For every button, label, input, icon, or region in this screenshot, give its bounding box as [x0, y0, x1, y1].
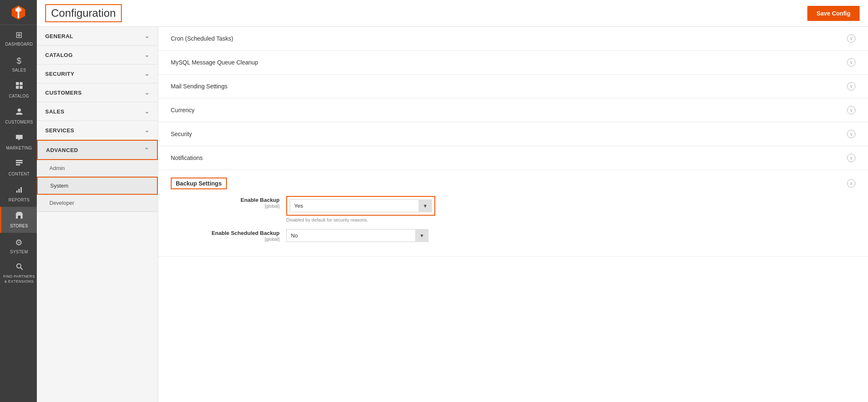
sales-icon: $: [17, 55, 21, 66]
sidebar-item-catalog[interactable]: CATALOG: [0, 77, 37, 103]
svg-rect-14: [18, 189, 20, 193]
advanced-header[interactable]: ADVANCED ⌄: [37, 140, 158, 160]
svg-rect-7: [20, 86, 23, 89]
top-header: Configuration Save Config: [37, 0, 868, 27]
sidebar-item-customers[interactable]: CUSTOMERS: [0, 103, 37, 129]
svg-rect-3: [18, 7, 19, 18]
svg-line-19: [21, 268, 23, 270]
svg-point-18: [17, 264, 21, 268]
config-section-general: GENERAL ⌄: [37, 27, 158, 46]
mail-expand-icon: ∨: [847, 82, 855, 90]
svg-rect-4: [16, 82, 19, 85]
sidebar-item-dashboard[interactable]: ⊞ DASHBOARD: [0, 25, 37, 51]
config-section-security: SECURITY ⌄: [37, 64, 158, 83]
config-section-advanced: ADVANCED ⌄ Admin System Developer: [37, 140, 158, 212]
config-section-sales: SALES ⌄: [37, 102, 158, 121]
page-title: Configuration: [51, 7, 116, 20]
sidebar-logo: [0, 0, 37, 25]
dashboard-icon: ⊞: [15, 29, 23, 40]
sidebar-item-reports[interactable]: REPORTS: [0, 181, 37, 207]
security-header[interactable]: SECURITY ⌄: [37, 64, 158, 83]
security-chevron-icon: ⌄: [144, 70, 150, 77]
enable-backup-select[interactable]: Yes No: [290, 199, 432, 212]
enable-backup-control-inner: Yes No ▼: [286, 196, 435, 216]
config-section-catalog: CATALOG ⌄: [37, 46, 158, 64]
marketing-icon: [15, 133, 23, 144]
main-area: Configuration Save Config GENERAL ⌄ CATA…: [37, 0, 868, 402]
enable-backup-label: Enable Backup [global]: [204, 196, 280, 209]
backup-fields: Enable Backup [global] Yes No ▼: [171, 196, 855, 242]
services-chevron-icon: ⌄: [144, 127, 150, 134]
mysql-expand-icon: ∨: [847, 58, 855, 67]
svg-rect-15: [21, 187, 22, 193]
right-panel: Cron (Scheduled Tasks) ∨ MySQL Message Q…: [158, 27, 868, 402]
content-icon: [15, 159, 23, 170]
backup-collapse-icon: ∧: [847, 179, 855, 188]
left-panel: GENERAL ⌄ CATALOG ⌄ SECURITY ⌄: [37, 27, 158, 402]
general-chevron-icon: ⌄: [144, 33, 150, 39]
sidebar-item-find[interactable]: FIND PARTNERS & EXTENSIONS: [0, 259, 37, 287]
config-row-cron[interactable]: Cron (Scheduled Tasks) ∨: [158, 27, 868, 51]
enable-scheduled-backup-label: Enable Scheduled Backup [global]: [204, 229, 280, 242]
enable-scheduled-backup-select[interactable]: No Yes: [286, 229, 429, 242]
services-header[interactable]: SERVICES ⌄: [37, 121, 158, 139]
svg-marker-9: [16, 135, 23, 141]
config-row-notifications[interactable]: Notifications ∨: [158, 146, 868, 170]
config-section-customers: CUSTOMERS ⌄: [37, 83, 158, 102]
svg-rect-17: [18, 216, 21, 219]
system-icon: ⚙: [15, 237, 23, 248]
sidebar-item-sales[interactable]: $ SALES: [0, 51, 37, 77]
sub-item-developer[interactable]: Developer: [37, 195, 158, 211]
enable-backup-control: Yes No ▼ Disabled by default for securit…: [286, 196, 855, 222]
magento-logo-icon: [10, 5, 26, 21]
enable-scheduled-backup-row: Enable Scheduled Backup [global] No Yes: [204, 229, 855, 242]
customers-header[interactable]: CUSTOMERS ⌄: [37, 83, 158, 102]
sales-header[interactable]: SALES ⌄: [37, 102, 158, 121]
cron-expand-icon: ∨: [847, 34, 855, 43]
sub-item-system[interactable]: System: [37, 177, 158, 195]
svg-rect-12: [16, 164, 20, 165]
enable-scheduled-backup-control-inner: No Yes ▼: [286, 229, 429, 242]
config-row-mail[interactable]: Mail Sending Settings ∨: [158, 75, 868, 98]
sidebar-item-content[interactable]: CONTENT: [0, 155, 37, 181]
svg-rect-5: [20, 82, 23, 85]
enable-backup-row: Enable Backup [global] Yes No ▼: [204, 196, 855, 222]
advanced-sub-items: Admin System Developer: [37, 160, 158, 211]
svg-rect-11: [16, 162, 23, 163]
general-header[interactable]: GENERAL ⌄: [37, 27, 158, 45]
page-title-box: Configuration: [45, 4, 122, 22]
svg-point-8: [18, 108, 21, 112]
sidebar: ⊞ DASHBOARD $ SALES CATALOG CUSTOMERS MA…: [0, 0, 37, 402]
svg-rect-13: [16, 191, 18, 193]
catalog-header[interactable]: CATALOG ⌄: [37, 46, 158, 64]
sidebar-item-system[interactable]: ⚙ SYSTEM: [0, 233, 37, 259]
sub-item-admin[interactable]: Admin: [37, 160, 158, 177]
backup-settings-label: Backup Settings: [171, 178, 227, 189]
reports-icon: [15, 185, 23, 196]
find-icon: [15, 262, 23, 273]
config-row-mysql[interactable]: MySQL Message Queue Cleanup ∨: [158, 51, 868, 75]
backup-settings-section: Backup Settings ∧ Enable Backup [global]: [158, 170, 868, 257]
save-config-button[interactable]: Save Config: [807, 6, 860, 21]
stores-icon: [15, 211, 23, 222]
catalog-chevron-icon: ⌄: [144, 52, 150, 58]
enable-scheduled-backup-select-wrapper: No Yes ▼: [286, 229, 429, 242]
svg-rect-6: [16, 86, 19, 89]
sidebar-item-marketing[interactable]: MARKETING: [0, 129, 37, 155]
customers-chevron-icon: ⌄: [144, 89, 150, 96]
content-area: GENERAL ⌄ CATALOG ⌄ SECURITY ⌄: [37, 27, 868, 402]
svg-rect-10: [16, 160, 23, 161]
advanced-chevron-icon: ⌄: [144, 147, 149, 153]
customers-icon: [15, 107, 23, 118]
config-row-currency[interactable]: Currency ∨: [158, 98, 868, 122]
notifications-expand-icon: ∨: [847, 154, 855, 162]
currency-expand-icon: ∨: [847, 106, 855, 114]
backup-settings-header: Backup Settings ∧: [171, 178, 855, 189]
sidebar-item-stores[interactable]: STORES: [0, 207, 37, 233]
enable-backup-hint: Disabled by default for security reasons…: [286, 217, 855, 222]
catalog-icon: [15, 81, 23, 92]
security-expand-icon: ∨: [847, 130, 855, 138]
sales-chevron-icon: ⌄: [144, 108, 150, 115]
config-section-services: SERVICES ⌄: [37, 121, 158, 140]
config-row-security[interactable]: Security ∨: [158, 122, 868, 146]
